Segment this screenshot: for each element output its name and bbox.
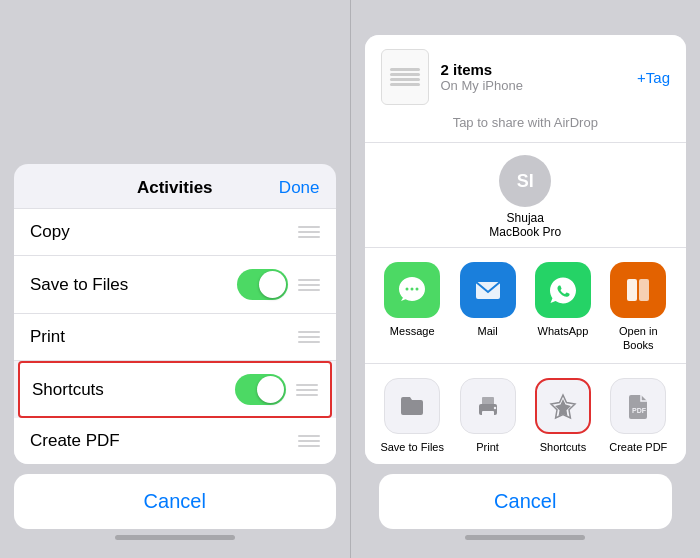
svg-rect-7 [482, 397, 494, 405]
app-item-whatsapp[interactable]: WhatsApp [529, 262, 597, 353]
activity-right [298, 435, 320, 447]
file-thumbnail [381, 49, 429, 105]
drag-handle [298, 331, 320, 343]
app-label-books: Open in Books [604, 324, 672, 353]
app-item-books[interactable]: Open in Books [604, 262, 672, 353]
app-label-mail: Mail [477, 324, 497, 338]
drag-handle [298, 226, 320, 238]
share-info: 2 items On My iPhone [441, 61, 626, 93]
save-to-files-toggle[interactable] [237, 269, 288, 300]
airdrop-section: SI Shujaa MacBook Pro [365, 143, 687, 248]
share-sheet: 2 items On My iPhone +Tag Tap to share w… [365, 35, 687, 464]
create-pdf-action-icon: PDF [610, 378, 666, 434]
svg-point-0 [406, 288, 409, 291]
activity-item-print[interactable]: Print [14, 314, 336, 361]
tag-button[interactable]: +Tag [637, 69, 670, 86]
activity-right [298, 226, 320, 238]
print-action-icon [460, 378, 516, 434]
airdrop-contact-name: Shujaa MacBook Pro [489, 211, 561, 239]
home-indicator-right [465, 535, 585, 540]
svg-rect-8 [482, 411, 494, 417]
sheet-header: Activities Done [14, 164, 336, 209]
whatsapp-icon [535, 262, 591, 318]
svg-text:PDF: PDF [632, 407, 647, 414]
action-label-save-to-files: Save to Files [380, 440, 444, 454]
share-count: 2 items [441, 61, 626, 78]
activity-right [298, 331, 320, 343]
activity-item-create-pdf[interactable]: Create PDF [14, 418, 336, 464]
save-to-files-action-icon [384, 378, 440, 434]
share-preview: 2 items On My iPhone +Tag [381, 49, 671, 105]
activity-label: Print [30, 327, 65, 347]
action-label-shortcuts: Shortcuts [540, 440, 586, 454]
activity-item-save-to-files[interactable]: Save to Files [14, 256, 336, 314]
home-indicator-left [115, 535, 235, 540]
svg-point-1 [411, 288, 414, 291]
drag-handle [298, 279, 320, 291]
messages-icon [384, 262, 440, 318]
right-panel: 2 items On My iPhone +Tag Tap to share w… [351, 0, 701, 558]
activities-sheet: Activities Done Copy Save to Files [14, 164, 336, 464]
activity-right [235, 374, 318, 405]
action-label-create-pdf: Create PDF [609, 440, 667, 454]
activity-label: Copy [30, 222, 70, 242]
svg-rect-4 [627, 279, 637, 301]
mail-icon [460, 262, 516, 318]
activity-list: Copy Save to Files Print [14, 209, 336, 464]
activity-item-shortcuts[interactable]: Shortcuts [18, 361, 332, 418]
drag-handle [298, 435, 320, 447]
airdrop-avatar[interactable]: SI [499, 155, 551, 207]
cancel-button-left[interactable]: Cancel [14, 474, 336, 529]
left-panel: Activities Done Copy Save to Files [0, 0, 350, 558]
activity-label: Shortcuts [32, 380, 104, 400]
done-button[interactable]: Done [279, 178, 320, 198]
svg-point-2 [416, 288, 419, 291]
books-icon [610, 262, 666, 318]
app-item-mail[interactable]: Mail [454, 262, 522, 353]
svg-point-9 [493, 407, 495, 409]
sheet-title: Activities [137, 178, 213, 198]
activity-label: Create PDF [30, 431, 120, 451]
share-header: 2 items On My iPhone +Tag Tap to share w… [365, 35, 687, 143]
activity-right [237, 269, 320, 300]
action-label-print: Print [476, 440, 499, 454]
drag-handle [296, 384, 318, 396]
svg-rect-5 [639, 279, 649, 301]
shortcuts-action-icon [535, 378, 591, 434]
action-item-shortcuts[interactable]: Shortcuts [529, 378, 597, 454]
app-label-whatsapp: WhatsApp [538, 324, 589, 338]
cancel-button-right[interactable]: Cancel [379, 474, 673, 529]
share-location: On My iPhone [441, 78, 626, 93]
action-item-print[interactable]: Print [454, 378, 522, 454]
shortcuts-toggle[interactable] [235, 374, 286, 405]
action-item-save-to-files[interactable]: Save to Files [378, 378, 446, 454]
app-item-messages[interactable]: Message [378, 262, 446, 353]
app-label-messages: Message [390, 324, 435, 338]
activity-label: Save to Files [30, 275, 128, 295]
action-item-create-pdf[interactable]: PDF Create PDF [604, 378, 672, 454]
airdrop-hint: Tap to share with AirDrop [381, 115, 671, 130]
activity-item-copy[interactable]: Copy [14, 209, 336, 256]
apps-row: Message Mail [365, 248, 687, 364]
actions-row: Save to Files Print [365, 364, 687, 464]
